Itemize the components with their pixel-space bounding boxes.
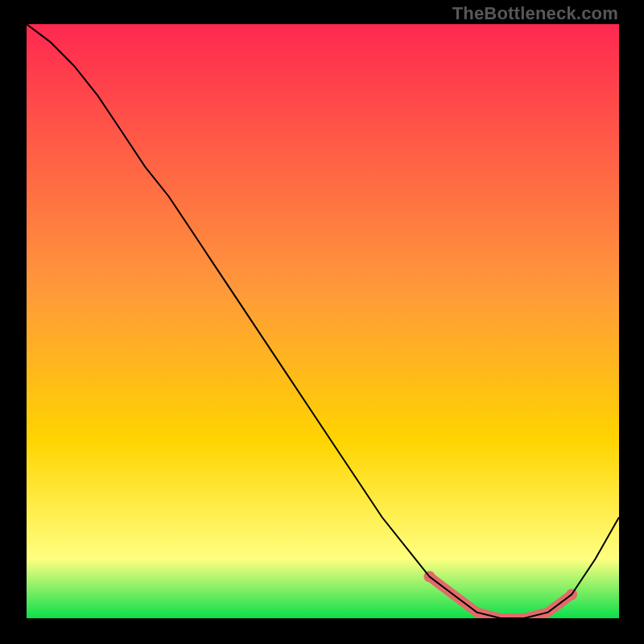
watermark-text: TheBottleneck.com — [452, 3, 618, 24]
plot-area — [27, 24, 619, 618]
chart-frame: TheBottleneck.com — [0, 0, 644, 644]
gradient-background — [27, 24, 619, 618]
bottleneck-chart — [27, 24, 619, 618]
